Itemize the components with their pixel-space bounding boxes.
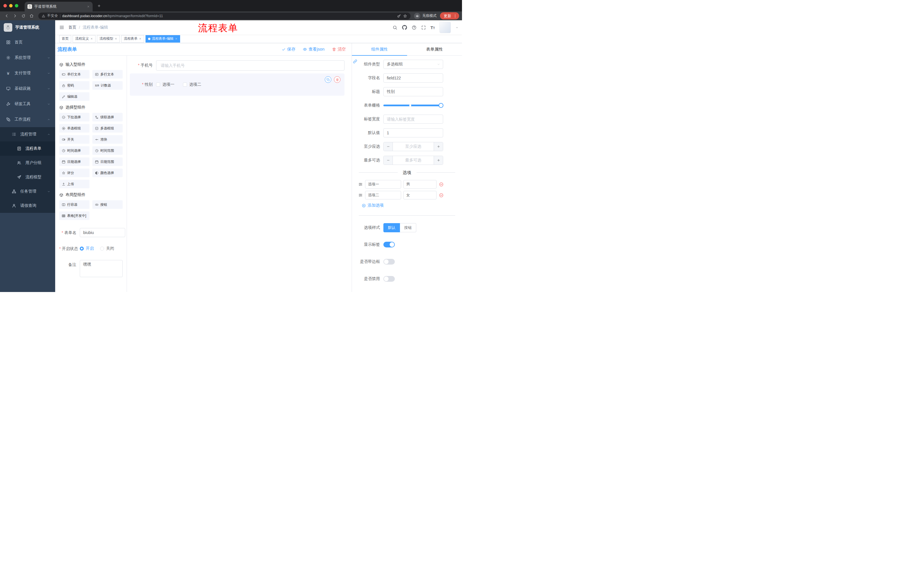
form-name-input[interactable] — [80, 228, 125, 237]
label-width-input[interactable] — [383, 115, 443, 124]
checkbox-box[interactable] — [183, 82, 187, 87]
palette-item-single-text[interactable]: 单行文本 — [59, 70, 89, 79]
tab-form-props[interactable]: 表单属性 — [407, 43, 462, 56]
breadcrumb-home[interactable]: 首页 — [68, 25, 76, 30]
tag-home[interactable]: 首页 — [59, 35, 71, 43]
checkbox-option-1[interactable]: 选项一 — [156, 82, 174, 87]
option-value-input[interactable] — [403, 191, 437, 199]
palette-item-select[interactable]: 下拉选择 — [59, 113, 89, 122]
sidebar-item-task-management[interactable]: 任务管理 — [0, 184, 55, 199]
browser-tab[interactable]: 芋道管理系统 — [25, 2, 92, 12]
decrease-button[interactable] — [384, 156, 393, 165]
link-icon[interactable] — [353, 59, 357, 64]
decrease-button[interactable] — [384, 142, 393, 151]
avatar-caret-icon[interactable] — [455, 26, 459, 29]
palette-item-counter[interactable]: 123计数器 — [92, 81, 123, 90]
palette-item-upload[interactable]: 上传 — [59, 180, 89, 188]
slider-handle[interactable] — [439, 103, 444, 108]
remark-textarea[interactable]: 嘿嘿 — [80, 260, 123, 277]
clear-button[interactable]: 清空 — [332, 46, 346, 52]
remove-option-icon[interactable] — [439, 182, 444, 187]
option-label-input[interactable] — [365, 180, 401, 189]
github-icon[interactable] — [402, 25, 407, 30]
style-button-button[interactable]: 按钮 — [400, 223, 416, 232]
sidebar-item-leave-query[interactable]: 请假查询 — [0, 199, 55, 213]
tag-process-model[interactable]: 流程模型 — [97, 35, 120, 43]
bookmark-star-icon[interactable] — [403, 14, 407, 18]
option-label-input[interactable] — [365, 191, 401, 199]
update-button[interactable]: 更新 — [440, 12, 459, 20]
sidebar-item-user-groups[interactable]: 用户分组 — [0, 156, 55, 170]
component-type-select[interactable]: 多选框组 — [383, 60, 443, 69]
palette-item-time-picker[interactable]: 时间选择 — [59, 146, 89, 155]
canvas-field-phone[interactable]: 手机号 — [130, 60, 345, 71]
help-icon[interactable] — [412, 25, 417, 30]
increase-button[interactable] — [434, 142, 443, 151]
tab-component-props[interactable]: 组件属性 — [352, 43, 407, 56]
form-canvas[interactable]: 手机号 性别 — [127, 56, 351, 292]
canvas-field-gender-selected[interactable]: 性别 选项一 选项二 — [130, 73, 345, 96]
sidebar-item-devtools[interactable]: 研发工具 — [0, 96, 55, 112]
sidebar-item-process-management[interactable]: 流程管理 — [0, 127, 55, 141]
drag-handle-icon[interactable] — [358, 193, 363, 197]
tag-close-icon[interactable] — [115, 38, 117, 40]
palette-item-rate[interactable]: 评分 — [59, 169, 89, 177]
sidebar-item-payment[interactable]: ¥ 支付管理 — [0, 66, 55, 81]
title-input[interactable] — [383, 87, 443, 96]
phone-input[interactable] — [156, 60, 345, 71]
checkbox-box[interactable] — [156, 82, 160, 87]
avatar[interactable] — [439, 22, 451, 33]
tag-close-icon[interactable] — [139, 38, 142, 40]
sidebar-item-process-form[interactable]: 流程表单 — [0, 141, 55, 156]
palette-item-row-container[interactable]: 行容器 — [59, 200, 89, 209]
field-name-input[interactable] — [383, 73, 443, 82]
status-off-radio[interactable]: 关闭 — [100, 246, 114, 251]
tag-process-form-edit[interactable]: 流程表单-编辑 — [145, 35, 180, 43]
grid-slider[interactable] — [383, 101, 443, 110]
palette-item-multi-text[interactable]: 多行文本 — [92, 70, 123, 79]
slider-track[interactable] — [383, 105, 441, 106]
reload-button[interactable] — [20, 12, 27, 20]
browser-menu-icon[interactable] — [453, 14, 457, 18]
disabled-switch[interactable] — [383, 276, 395, 282]
palette-item-color-picker[interactable]: 颜色选择 — [92, 169, 123, 177]
close-window-button[interactable] — [3, 4, 7, 7]
new-tab-button[interactable] — [95, 2, 103, 10]
sidebar-item-process-model[interactable]: 流程模型 — [0, 170, 55, 184]
password-key-icon[interactable] — [397, 14, 401, 18]
sidebar-item-infrastructure[interactable]: 基础设施 — [0, 81, 55, 96]
tag-close-icon[interactable] — [175, 38, 178, 40]
save-button[interactable]: 保存 — [282, 46, 295, 52]
palette-item-button[interactable]: 按钮 — [92, 200, 123, 209]
sidebar-item-home[interactable]: 首页 — [0, 35, 55, 50]
tag-close-icon[interactable] — [90, 38, 93, 40]
remove-option-icon[interactable] — [439, 193, 444, 198]
view-json-button[interactable]: 查看json — [303, 46, 325, 52]
sidebar-item-system[interactable]: 系统管理 — [0, 50, 55, 66]
back-button[interactable] — [3, 12, 11, 20]
palette-item-editor[interactable]: 编辑器 — [59, 92, 89, 101]
increase-button[interactable] — [434, 156, 443, 165]
palette-item-table[interactable]: 表格[开发中] — [59, 211, 89, 220]
palette-item-switch[interactable]: 开关 — [59, 135, 89, 144]
status-on-radio[interactable]: 开启 — [80, 246, 94, 251]
show-label-switch[interactable] — [383, 242, 395, 247]
minimize-window-button[interactable] — [9, 4, 13, 7]
delete-widget-button[interactable] — [334, 76, 340, 83]
address-bar[interactable]: 不安全 dashboard.yudao.iocoder.cn/bpm/manag… — [38, 13, 411, 20]
tab-close-icon[interactable] — [87, 5, 90, 8]
stepper-placeholder[interactable]: 最多可选 — [393, 156, 434, 165]
search-icon[interactable] — [393, 25, 398, 30]
stepper-placeholder[interactable]: 至少应选 — [393, 142, 434, 151]
canvas-field-gender[interactable]: 性别 选项一 选项二 — [130, 79, 345, 90]
tag-process-definition[interactable]: 流程定义 — [73, 35, 96, 43]
fullscreen-icon[interactable] — [421, 25, 426, 30]
drag-handle-icon[interactable] — [358, 182, 363, 187]
zoom-window-button[interactable] — [15, 4, 18, 7]
hamburger-icon[interactable] — [55, 25, 68, 30]
palette-item-password[interactable]: 密码 — [59, 81, 89, 90]
palette-item-cascader[interactable]: 级联选择 — [92, 113, 123, 122]
copy-widget-button[interactable] — [325, 76, 332, 83]
home-button[interactable] — [28, 12, 35, 20]
palette-item-checkbox-group[interactable]: 多选框组 — [92, 124, 123, 133]
